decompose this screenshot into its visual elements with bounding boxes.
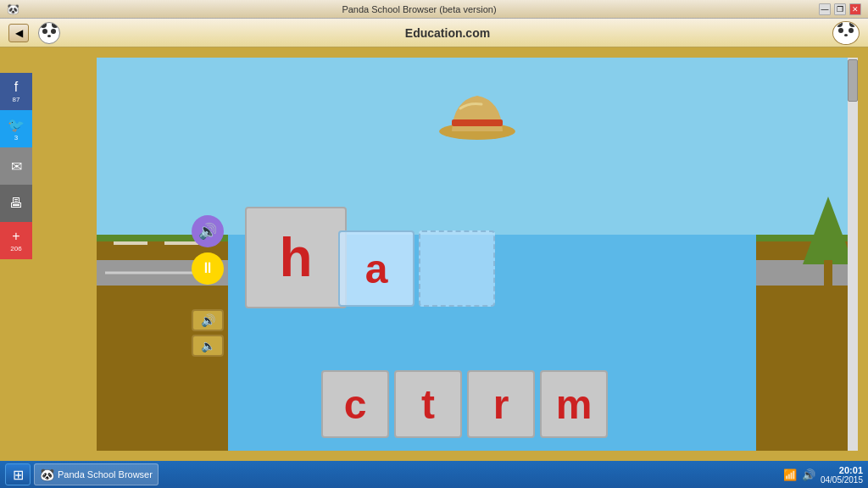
answer-letter-a: a [365, 246, 388, 292]
taskbar-app-label: Panda School Browser [58, 469, 153, 480]
svg-rect-1 [452, 119, 503, 126]
letter-c: c [344, 381, 367, 428]
facebook-icon: f [14, 80, 18, 95]
volume-icon: 🔊 [802, 469, 815, 481]
plus-button[interactable]: + 206 [0, 222, 32, 259]
facebook-button[interactable]: f 87 [0, 73, 32, 110]
panda-nose [47, 35, 51, 37]
clock-date: 04/05/2015 [821, 475, 863, 485]
choice-tile-t[interactable]: t [394, 370, 462, 438]
h-tile: h [245, 207, 347, 308]
choice-tile-r[interactable]: r [467, 370, 535, 438]
pause-button[interactable]: ⏸ [192, 252, 224, 285]
road-marking [114, 241, 147, 245]
h-letter: h [279, 226, 312, 289]
panda-ear-right [52, 22, 58, 28]
scrollbar[interactable] [848, 58, 858, 451]
answer-slots-container: a [338, 230, 495, 307]
letter-t: t [421, 381, 435, 428]
taskbar: ⊞ 🐼 Panda School Browser 📶 🔊 20:01 04/05… [0, 461, 868, 488]
tree-top [803, 197, 854, 264]
taskbar-app-icon: 🐼 [40, 468, 54, 481]
window-controls: — ❐ ✕ [819, 3, 861, 15]
taskbar-app-item[interactable]: 🐼 Panda School Browser [34, 463, 159, 485]
answer-slot-1[interactable]: a [338, 230, 415, 307]
social-sidebar: f 87 🐦 3 ✉ 🖶 + 206 [0, 73, 32, 259]
network-icon: 📶 [783, 469, 797, 481]
choice-tiles-row: c t r m [321, 370, 608, 438]
start-button[interactable]: ⊞ [5, 463, 31, 485]
hat-image [435, 87, 520, 147]
main-content: f 87 🐦 3 ✉ 🖶 + 206 [0, 47, 868, 461]
letter-m: m [556, 381, 593, 428]
start-icon: ⊞ [13, 467, 24, 483]
print-icon: 🖶 [9, 196, 23, 211]
panda-face [38, 22, 60, 44]
letter-r: r [493, 381, 509, 428]
plus-icon: + [12, 229, 19, 244]
window-title: Panda School Browser (beta version) [19, 4, 819, 14]
choice-tile-c[interactable]: c [321, 370, 389, 438]
panda-eye-right [51, 29, 56, 34]
minimize-button[interactable]: — [819, 3, 831, 15]
print-button[interactable]: 🖶 [0, 185, 32, 222]
url-display[interactable]: Education.com [70, 26, 826, 40]
facebook-count: 87 [13, 96, 20, 103]
volume-up-button[interactable]: 🔊 [192, 309, 224, 331]
maximize-button[interactable]: ❐ [834, 3, 846, 15]
choice-tile-m[interactable]: m [540, 370, 608, 438]
answer-slot-2[interactable] [419, 230, 495, 307]
close-button[interactable]: ✕ [849, 3, 861, 15]
back-button[interactable]: ◀ [8, 24, 29, 42]
panda-logo-left [36, 21, 63, 45]
tree-trunk [824, 260, 832, 286]
title-bar: 🐼 Panda School Browser (beta version) — … [0, 0, 868, 19]
clock-time: 20:01 [839, 465, 863, 475]
scroll-thumb[interactable] [848, 59, 858, 102]
twitter-button[interactable]: 🐦 3 [0, 110, 32, 147]
system-clock: 20:01 04/05/2015 [821, 465, 863, 485]
page-frame: h a c t r m [93, 54, 861, 454]
panda-eye-left [42, 29, 47, 34]
twitter-count: 3 [14, 134, 18, 141]
volume-controls: 🔊 🔈 [192, 309, 224, 357]
taskbar-right: 📶 🔊 20:01 04/05/2015 [783, 465, 863, 485]
title-left: 🐼 [7, 3, 19, 15]
tree [803, 201, 854, 286]
audio-button[interactable]: 🔊 [192, 215, 224, 247]
twitter-icon: 🐦 [8, 117, 25, 133]
email-button[interactable]: ✉ [0, 147, 32, 185]
volume-down-button[interactable]: 🔈 [192, 335, 224, 357]
email-icon: ✉ [11, 158, 22, 175]
plus-count: 206 [10, 245, 21, 252]
panda-icon-right [832, 21, 860, 45]
panda-ear-left [40, 22, 47, 28]
game-controls: 🔊 ⏸ [192, 215, 224, 285]
game-area: h a c t r m [97, 58, 858, 451]
address-bar: ◀ Education.com [0, 19, 868, 47]
